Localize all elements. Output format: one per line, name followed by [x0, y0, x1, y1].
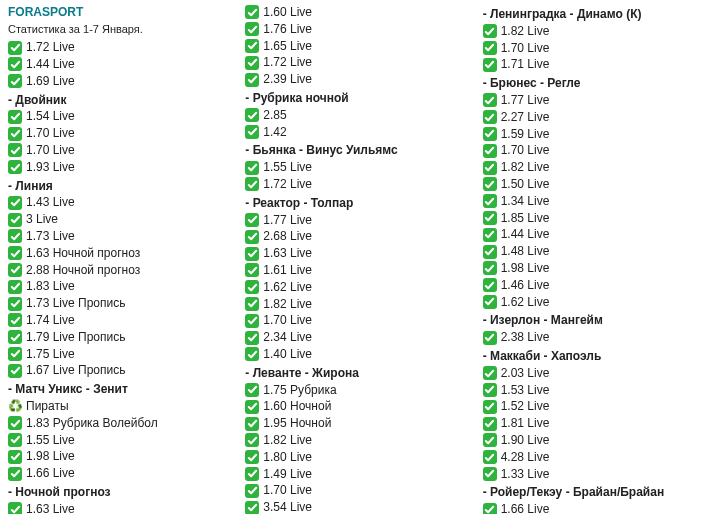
- list-item: 1.82 Live: [483, 23, 708, 40]
- list-item: 1.46 Live: [483, 277, 708, 294]
- list-item: 1.98 Live: [8, 448, 233, 465]
- item-label: 3 Live: [26, 211, 58, 228]
- check-icon: [245, 484, 259, 498]
- item-label: 1.62 Live: [263, 279, 312, 296]
- col-2: 1.60 Live1.76 Live1.65 Live1.72 Live2.39…: [239, 4, 476, 514]
- list-item: 1.90 Live: [483, 432, 708, 449]
- list-item: 1.44 Live: [8, 56, 233, 73]
- section-header: - Ночной прогноз: [8, 484, 233, 501]
- item-label: 1.70 Live: [501, 142, 550, 159]
- list-item: 1.65 Live: [245, 38, 470, 55]
- check-icon: [8, 110, 22, 124]
- check-icon: [483, 93, 497, 107]
- list-item: 1.72 Live: [245, 54, 470, 71]
- check-icon: [245, 56, 259, 70]
- item-label: 2.34 Live: [263, 329, 312, 346]
- check-icon: [8, 246, 22, 260]
- list-item: 1.93 Live: [8, 159, 233, 176]
- check-icon: [8, 502, 22, 514]
- list-item: 1.50 Live: [483, 176, 708, 193]
- list-item: 1.44 Live: [483, 226, 708, 243]
- item-label: 2.85: [263, 107, 286, 124]
- check-icon: [8, 74, 22, 88]
- item-label: 1.33 Live: [501, 466, 550, 483]
- item-label: 1.66 Live: [501, 501, 550, 514]
- list-item: 1.59 Live: [483, 126, 708, 143]
- check-icon: [245, 5, 259, 19]
- item-label: 2.39 Live: [263, 71, 312, 88]
- list-item: 2.34 Live: [245, 329, 470, 346]
- list-item: 1.82 Live: [245, 432, 470, 449]
- check-icon: [245, 22, 259, 36]
- list-item: 1.69 Live: [8, 73, 233, 90]
- check-icon: [8, 160, 22, 174]
- item-label: 1.63 Live: [26, 501, 75, 514]
- check-icon: [483, 110, 497, 124]
- item-label: 1.80 Live: [263, 449, 312, 466]
- check-icon: [8, 127, 22, 141]
- check-icon: [245, 450, 259, 464]
- list-item: 1.75 Рубрика: [245, 382, 470, 399]
- list-item: 1.85 Live: [483, 210, 708, 227]
- check-icon: [8, 213, 22, 227]
- list-item: 1.63 Ночной прогноз: [8, 245, 233, 262]
- item-label: 2.27 Live: [501, 109, 550, 126]
- check-icon: [483, 400, 497, 414]
- check-icon: [483, 366, 497, 380]
- item-label: 1.62 Live: [501, 294, 550, 311]
- item-label: 1.70 Live: [263, 482, 312, 499]
- item-label: 1.85 Live: [501, 210, 550, 227]
- item-label: 1.43 Live: [26, 194, 75, 211]
- item-label: 1.82 Live: [501, 159, 550, 176]
- check-icon: [483, 58, 497, 72]
- item-label: 1.67 Live Пропись: [26, 362, 125, 379]
- check-icon: [245, 39, 259, 53]
- check-icon: [8, 143, 22, 157]
- col-1: FORASPORT Статистика за 1-7 Января. 1.72…: [2, 4, 239, 514]
- check-icon: [245, 73, 259, 87]
- item-label: 1.81 Live: [501, 415, 550, 432]
- check-icon: [245, 280, 259, 294]
- check-icon: [483, 383, 497, 397]
- section-header: - Матч Уникс - Зенит: [8, 381, 233, 398]
- item-label: 1.72 Live: [26, 39, 75, 56]
- check-icon: [245, 400, 259, 414]
- list-item: 1.81 Live: [483, 415, 708, 432]
- check-icon: [483, 417, 497, 431]
- check-icon: [245, 433, 259, 447]
- check-icon: [8, 313, 22, 327]
- section-header: - Маккаби - Хапоэль: [483, 348, 708, 365]
- item-label: 3.54 Live: [263, 499, 312, 514]
- list-item: 1.62 Live: [245, 279, 470, 296]
- item-label: 1.77 Live: [501, 92, 550, 109]
- item-label: 1.77 Live: [263, 212, 312, 229]
- list-item: ♻️Пираты: [8, 398, 233, 415]
- item-label: 1.44 Live: [501, 226, 550, 243]
- item-label: 1.72 Live: [263, 54, 312, 71]
- item-label: 1.79 Live Пропись: [26, 329, 125, 346]
- list-item: 1.95 Ночной: [245, 415, 470, 432]
- list-item: 1.54 Live: [8, 108, 233, 125]
- section-header: - Бьянка - Винус Уильямс: [245, 142, 470, 159]
- list-item: 1.55 Live: [245, 159, 470, 176]
- item-label: 1.69 Live: [26, 73, 75, 90]
- list-item: 1.62 Live: [483, 294, 708, 311]
- list-item: 1.70 Live: [245, 312, 470, 329]
- list-item: 1.61 Live: [245, 262, 470, 279]
- list-item: 2.88 Ночной прогноз: [8, 262, 233, 279]
- check-icon: [245, 213, 259, 227]
- item-label: 1.70 Live: [263, 312, 312, 329]
- check-icon: [8, 364, 22, 378]
- list-item: 3 Live: [8, 211, 233, 228]
- item-label: 1.40 Live: [263, 346, 312, 363]
- check-icon: [8, 416, 22, 430]
- list-item: 1.83 Live: [8, 278, 233, 295]
- check-icon: [483, 24, 497, 38]
- list-item: 1.40 Live: [245, 346, 470, 363]
- list-item: 1.73 Live: [8, 228, 233, 245]
- item-label: 1.98 Live: [501, 260, 550, 277]
- item-label: 2.03 Live: [501, 365, 550, 382]
- item-label: 1.83 Рубрика Волейбол: [26, 415, 158, 432]
- list-item: 1.82 Live: [483, 159, 708, 176]
- recycle-icon: ♻️: [8, 399, 22, 413]
